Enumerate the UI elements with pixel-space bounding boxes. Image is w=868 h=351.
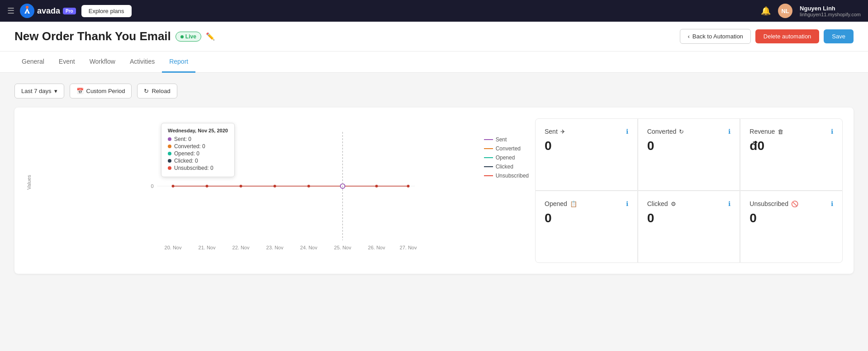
back-to-automation-button[interactable]: ‹ Back to Automation [680,29,750,44]
stat-revenue-value: đ0 [749,139,833,153]
chevron-down-icon: ▾ [54,88,57,94]
y-axis-label: Values [26,175,32,190]
sent-dot-icon [168,137,171,141]
pro-badge: Pro [63,8,76,14]
stat-opened-header: Opened 📋 ℹ [545,200,628,207]
send-icon: ✈ [560,128,565,135]
tooltip-sent: Sent: 0 [168,136,228,142]
converted-dot-icon [168,145,171,148]
custom-period-button[interactable]: 📅 Custom Period [70,84,132,98]
svg-text:20. Nov: 20. Nov [165,245,182,250]
period-filter-button[interactable]: Last 7 days ▾ [14,84,64,98]
svg-point-14 [172,185,175,187]
user-name: Nguyen Linh [800,5,861,12]
stat-converted: Converted ↻ ℹ 0 [638,118,740,191]
chart-legend: Sent Converted Opened Clicked [484,136,529,179]
tab-activities[interactable]: Activities [123,51,162,73]
legend-sent-line-icon [484,139,493,140]
stat-revenue: Revenue 🗑 ℹ đ0 [740,118,843,191]
report-card: Values 0 20. Nov 21. Nov 22. Nov 23. Nov… [14,108,854,274]
top-navigation: ☰ avada Pro Explore plans 🔔 NL Nguyen Li… [0,0,868,22]
legend-converted-line-icon [484,148,493,149]
logo: avada Pro [20,4,76,18]
tooltip-date: Wednesday, Nov 25, 2020 [168,128,228,133]
legend-unsubscribed: Unsubscribed [484,173,529,179]
stat-sent-label: Sent ✈ [545,128,565,135]
svg-point-0 [20,4,34,18]
live-badge: Live [175,32,201,42]
opened-icon: 📋 [570,201,577,207]
svg-point-16 [240,185,242,187]
unsubscribed-info-icon[interactable]: ℹ [831,200,833,207]
nav-left: ☰ avada Pro Explore plans [7,4,132,18]
stat-unsubscribed-label: Unsubscribed 🚫 [749,200,798,207]
sent-info-icon[interactable]: ℹ [626,128,628,135]
legend-clicked: Clicked [484,164,529,170]
avatar[interactable]: NL [778,4,792,18]
title-row: New Order Thank You Email Live ✏️ [14,29,215,43]
revenue-icon: 🗑 [778,128,783,135]
hamburger-icon[interactable]: ☰ [7,6,14,16]
svg-point-21 [407,185,410,187]
stat-revenue-header: Revenue 🗑 ℹ [749,128,833,135]
reload-button[interactable]: ↻ Reload [137,84,177,98]
report-body: Values 0 20. Nov 21. Nov 22. Nov 23. Nov… [25,118,843,263]
nav-right: 🔔 NL Nguyen Linh linhguyen11.myshopify.c… [761,4,861,18]
unsubscribed-dot-icon [168,166,171,170]
calendar-icon: 📅 [76,88,84,94]
user-email: linhguyen11.myshopify.com [800,12,861,17]
svg-text:26. Nov: 26. Nov [368,245,385,250]
tooltip-opened: Opened: 0 [168,150,228,157]
header-actions: ‹ Back to Automation Delete automation S… [680,29,854,44]
delete-automation-button[interactable]: Delete automation [755,29,820,43]
save-button[interactable]: Save [824,29,854,43]
svg-text:27. Nov: 27. Nov [400,245,417,250]
tab-event[interactable]: Event [52,51,82,73]
opened-dot-icon [168,152,171,155]
svg-point-1 [26,6,28,9]
clicked-icon: ⚙ [671,201,676,207]
logo-text: avada [37,6,60,16]
chart-svg: 0 20. Nov 21. Nov 22. Nov 23. Nov 24. No… [43,118,524,254]
stat-opened-value: 0 [545,211,628,225]
explore-plans-button[interactable]: Explore plans [81,5,132,17]
stat-sent-header: Sent ✈ ℹ [545,128,628,135]
legend-opened-line-icon [484,157,493,158]
stat-clicked-header: Clicked ⚙ ℹ [647,200,731,207]
stat-converted-label: Converted ↻ [647,128,684,135]
stat-sent: Sent ✈ ℹ 0 [535,118,638,191]
stat-opened-label: Opened 📋 [545,200,577,207]
convert-icon: ↻ [679,128,684,135]
user-info: Nguyen Linh linhguyen11.myshopify.com [800,5,861,17]
page-header: New Order Thank You Email Live ✏️ ‹ Back… [0,22,868,51]
reload-icon: ↻ [144,88,149,94]
stat-unsubscribed-value: 0 [749,211,833,225]
filter-bar: Last 7 days ▾ 📅 Custom Period ↻ Reload [14,84,854,98]
chart-inner: Values 0 20. Nov 21. Nov 22. Nov 23. Nov… [25,118,524,256]
avada-logo-icon [20,4,34,18]
stat-revenue-label: Revenue 🗑 [749,128,783,135]
legend-opened: Opened [484,154,529,161]
clicked-info-icon[interactable]: ℹ [728,200,730,207]
tab-general[interactable]: General [14,51,52,73]
stat-unsubscribed: Unsubscribed 🚫 ℹ 0 [740,191,843,263]
tab-navigation: General Event Workflow Activities Report [0,51,868,73]
tab-report[interactable]: Report [162,51,195,73]
edit-icon[interactable]: ✏️ [206,32,215,41]
chart-area: Values 0 20. Nov 21. Nov 22. Nov 23. Nov… [25,118,524,263]
tab-workflow[interactable]: Workflow [82,51,123,73]
svg-text:24. Nov: 24. Nov [300,245,318,250]
live-dot-icon [180,35,184,38]
stats-panel: Sent ✈ ℹ 0 Converted ↻ ℹ [535,118,843,263]
svg-text:23. Nov: 23. Nov [266,245,284,250]
period-filter-label: Last 7 days [21,88,52,94]
converted-info-icon[interactable]: ℹ [728,128,730,135]
opened-info-icon[interactable]: ℹ [626,200,628,207]
stat-opened: Opened 📋 ℹ 0 [535,191,638,263]
stat-converted-value: 0 [647,139,731,153]
revenue-info-icon[interactable]: ℹ [831,128,833,135]
back-arrow-icon: ‹ [688,33,689,40]
stat-clicked: Clicked ⚙ ℹ 0 [638,191,740,263]
legend-sent: Sent [484,136,529,143]
bell-icon[interactable]: 🔔 [761,6,771,16]
